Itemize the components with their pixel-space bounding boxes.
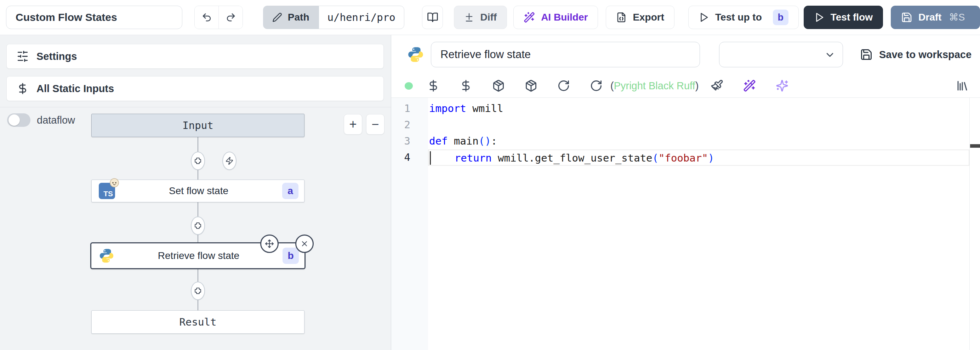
library-icon (956, 79, 969, 92)
graph-divider (0, 107, 391, 107)
delete-node-button[interactable] (295, 235, 314, 253)
flow-name-input[interactable] (6, 6, 182, 29)
dataflow-label: dataflow (37, 114, 75, 126)
reset-assistant-button[interactable] (590, 79, 603, 92)
input-node[interactable]: Input (91, 114, 304, 137)
explore-packages-button[interactable] (492, 79, 505, 92)
toggle-knob (8, 114, 20, 126)
zoom-in-button[interactable]: + (344, 114, 362, 134)
play-icon (814, 12, 824, 23)
code-lines[interactable]: import wmilldef main(): return wmill.get… (428, 98, 969, 350)
refresh-icon (557, 79, 570, 92)
test-flow-button[interactable]: Test flow (804, 6, 883, 29)
sliders-icon (17, 50, 29, 62)
step-node-a[interactable]: TS Set flow state a (91, 180, 304, 202)
main-area: Settings All Static Inputs dataflow + − (0, 35, 980, 350)
test-up-to-step-badge: b (773, 10, 789, 25)
cross-icon (194, 157, 202, 165)
save-draft-button[interactable]: Draft ⌘S (891, 6, 980, 29)
install-packages-button[interactable] (525, 79, 538, 92)
python-icon (99, 248, 115, 264)
editor-scrollbar[interactable] (969, 98, 980, 350)
add-trigger-button[interactable] (222, 152, 237, 170)
code-line (428, 117, 969, 133)
dollar-icon (17, 83, 29, 94)
top-toolbar: Path u/henri/pro Diff AI Builder (0, 0, 980, 35)
step-name-input[interactable] (431, 42, 700, 67)
insert-step-button[interactable] (191, 281, 205, 300)
typescript-bun-icon: TS (99, 183, 115, 199)
save-icon (901, 12, 912, 23)
insert-step-button[interactable] (191, 152, 205, 170)
zoom-out-button[interactable]: − (366, 114, 385, 134)
export-button[interactable]: Export (606, 6, 675, 29)
cross-icon (194, 287, 202, 295)
overview-cursor-mark (970, 144, 980, 148)
package-icon (492, 79, 505, 92)
text-cursor (430, 151, 431, 165)
dollar-icon (460, 79, 472, 92)
flow-graph-panel: Settings All Static Inputs dataflow + − (0, 35, 391, 350)
add-variable-button[interactable] (427, 79, 440, 92)
library-button[interactable] (956, 79, 969, 92)
move-node-button[interactable] (260, 235, 278, 253)
save-icon (860, 48, 873, 61)
redo-button[interactable] (218, 6, 242, 29)
draft-shortcut: ⌘S (949, 12, 965, 23)
x-icon (300, 240, 309, 248)
dollar-icon (427, 79, 440, 92)
paintbrush-icon (711, 79, 723, 92)
step-id-badge: a (282, 183, 299, 199)
add-resource-button[interactable] (460, 79, 472, 92)
step-editor-header: Save to workspace (391, 35, 980, 74)
cross-icon (194, 221, 202, 230)
save-to-workspace-button[interactable]: Save to workspace (860, 48, 972, 61)
settings-card[interactable]: Settings (6, 44, 384, 69)
dataflow-toggle[interactable] (7, 113, 30, 127)
reload-button[interactable] (557, 79, 570, 92)
file-json-icon (616, 12, 627, 23)
path-value: u/henri/pro (319, 6, 404, 29)
path-button[interactable]: Path u/henri/pro (263, 6, 404, 29)
play-icon (698, 12, 709, 23)
path-button-label: Path (263, 6, 319, 29)
gutter: 1234 (391, 98, 428, 350)
code-line: def main(): (428, 133, 969, 150)
code-line: import wmill (428, 101, 969, 117)
editor-toolbar: (Pyright Black Ruff) (391, 74, 980, 98)
code-editor[interactable]: 1234 import wmilldef main(): return wmil… (391, 98, 980, 350)
code-line: return wmill.get_flow_user_state("foobar… (428, 150, 969, 166)
code-assistants-status: (Pyright Black Ruff) (610, 80, 698, 92)
diff-icon (464, 13, 474, 22)
flow-editor-app: Path u/henri/pro Diff AI Builder (0, 0, 980, 350)
insert-step-button[interactable] (191, 216, 205, 235)
lsp-status-dot (405, 82, 413, 89)
package-icon (525, 79, 538, 92)
bolt-icon (225, 157, 234, 165)
format-code-button[interactable] (711, 79, 723, 92)
workspace-script-select[interactable] (719, 42, 843, 67)
ai-builder-button[interactable]: AI Builder (513, 6, 598, 29)
redo-icon (226, 12, 236, 23)
chevron-down-icon (824, 49, 835, 61)
sparkles-icon (776, 79, 789, 92)
wand-sparkles-icon (523, 12, 535, 23)
result-node[interactable]: Result (91, 310, 304, 334)
step-label: Set flow state (115, 185, 282, 197)
python-icon (407, 46, 425, 63)
test-up-to-button[interactable]: Test up to b (688, 6, 799, 29)
all-static-inputs-card[interactable]: All Static Inputs (6, 76, 384, 101)
bun-icon (110, 178, 119, 188)
pencil-icon (272, 13, 282, 22)
undo-redo-group (194, 6, 243, 29)
refresh-icon (590, 79, 603, 92)
docs-button[interactable] (422, 6, 443, 29)
undo-button[interactable] (195, 6, 218, 29)
step-editor-panel: Save to workspace (391, 35, 980, 350)
diff-button[interactable]: Diff (454, 6, 507, 29)
step-id-badge: b (283, 248, 299, 264)
undo-icon (202, 12, 212, 23)
ai-edit-button[interactable] (743, 79, 756, 92)
ai-sparkles-button[interactable] (776, 79, 789, 92)
step-label: Retrieve flow state (115, 250, 283, 261)
